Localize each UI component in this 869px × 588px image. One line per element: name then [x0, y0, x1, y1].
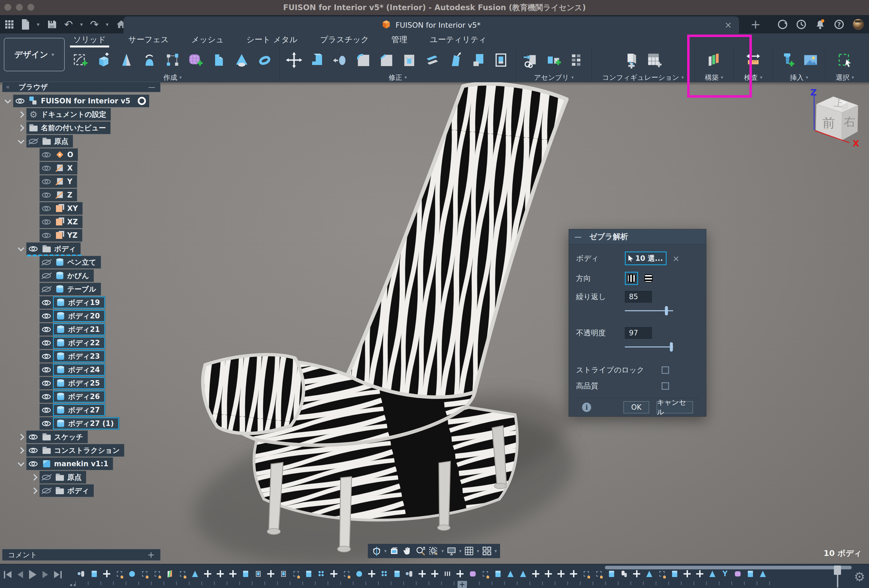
cone-primitive-button[interactable]	[230, 48, 253, 73]
tree-item-chip[interactable]: XZ	[40, 216, 83, 228]
timeline-feature-icon[interactable]	[239, 566, 252, 581]
tree-item-chip[interactable]: ボディ21	[40, 323, 105, 336]
tree-row[interactable]: Z	[28, 189, 149, 201]
timeline-feature-icon[interactable]	[328, 566, 340, 581]
fit-caret-icon[interactable]: ▾	[441, 548, 444, 554]
expander-icon[interactable]	[28, 489, 40, 493]
timeline-playhead[interactable]	[834, 566, 842, 588]
draft-button[interactable]	[444, 48, 467, 73]
shell-button[interactable]	[329, 48, 351, 73]
replace-face-button[interactable]	[467, 48, 489, 73]
timeline-skip-end-button[interactable]	[54, 571, 62, 578]
offset-face-button[interactable]	[490, 48, 513, 73]
opacity-slider-handle[interactable]	[670, 342, 673, 352]
tree-item-chip[interactable]: 原点	[26, 135, 73, 148]
redo-button[interactable]: ↷	[90, 19, 99, 30]
boolean-button[interactable]	[208, 48, 230, 73]
tree-row[interactable]: XZ	[28, 216, 149, 228]
tree-item-chip[interactable]: ボディ	[40, 484, 94, 497]
tree-item-chip[interactable]: XY	[40, 202, 83, 215]
browser-minimize-icon[interactable]: —	[148, 83, 155, 91]
direction-horizontal-toggle[interactable]	[642, 272, 655, 285]
repeat-slider[interactable]	[625, 306, 673, 315]
tree-item-chip[interactable]: ボディ	[26, 243, 81, 255]
save-button[interactable]	[47, 19, 57, 30]
visibility-eye-icon[interactable]	[40, 407, 53, 413]
notifications-bell-icon[interactable]	[814, 18, 826, 30]
visibility-eye-icon[interactable]	[40, 166, 53, 171]
tree-item-chip[interactable]: ボディ20	[40, 310, 105, 322]
tree-row[interactable]: XY	[28, 202, 149, 215]
timeline-group-expand-button[interactable]: +	[458, 581, 467, 588]
timeline-skip-start-button[interactable]	[4, 571, 12, 578]
tree-item-chip[interactable]: ボディ23	[40, 350, 105, 363]
ribbon-tab[interactable]: プラスチック	[317, 34, 372, 46]
undo-caret-icon[interactable]: ▾	[80, 21, 83, 28]
comments-bar[interactable]: コメント +	[2, 549, 160, 561]
add-comment-icon[interactable]: +	[147, 549, 155, 560]
look-at-icon[interactable]	[389, 545, 400, 557]
tree-row[interactable]: コンストラクション	[15, 444, 149, 456]
timeline-feature-icon[interactable]	[391, 566, 403, 581]
chamfer-button[interactable]	[375, 48, 397, 73]
timeline-feature-icon[interactable]	[201, 566, 214, 581]
timeline-feature-icon[interactable]	[731, 566, 744, 581]
timeline-feature-icon[interactable]	[706, 566, 719, 581]
job-status-clock-icon[interactable]	[795, 19, 807, 30]
visibility-eye-icon[interactable]	[40, 300, 53, 305]
tree-row[interactable]: ボディ22	[28, 337, 149, 349]
sweep-button[interactable]	[138, 48, 161, 73]
zoom-fit-icon[interactable]	[428, 545, 439, 557]
tree-item-chip[interactable]: ボディ25	[40, 377, 105, 390]
timeline-feature-icon[interactable]	[466, 566, 479, 581]
file-menu-caret-icon[interactable]: ▾	[37, 21, 40, 28]
timeline-feature-icon[interactable]	[290, 566, 302, 581]
pan-hand-icon[interactable]	[402, 545, 413, 557]
visibility-eye-icon[interactable]	[40, 273, 53, 278]
visibility-eye-icon[interactable]	[40, 219, 53, 225]
tree-row[interactable]: YZ	[28, 229, 149, 241]
zoom-icon[interactable]	[415, 545, 426, 557]
tree-row[interactable]: ペン立て	[28, 256, 149, 268]
split-body-button[interactable]	[421, 48, 443, 73]
ok-button[interactable]: OK	[623, 401, 649, 413]
press-pull-button[interactable]	[306, 48, 328, 73]
viewports-caret-icon[interactable]: ▾	[495, 548, 497, 554]
extrude-button[interactable]	[92, 48, 115, 73]
zebra-dialog-header[interactable]: — ゼブラ解析	[569, 229, 706, 244]
timeline-feature-icon[interactable]	[441, 566, 454, 581]
file-menu-icon[interactable]	[21, 19, 30, 30]
ribbon-tab[interactable]: メッシュ	[188, 34, 227, 46]
timeline-feature-icon[interactable]	[744, 566, 756, 581]
visibility-eye-icon[interactable]	[40, 206, 53, 211]
undo-button[interactable]: ↶	[64, 19, 73, 30]
visibility-eye-icon[interactable]	[40, 233, 53, 238]
user-avatar[interactable]	[852, 18, 865, 31]
orbit-icon[interactable]	[371, 545, 382, 557]
window-minimize-icon[interactable]	[16, 4, 23, 11]
expander-icon[interactable]	[15, 112, 26, 117]
visibility-eye-icon[interactable]	[40, 260, 53, 265]
timeline-feature-icon[interactable]	[542, 566, 555, 581]
expander-icon[interactable]	[15, 435, 26, 439]
tree-row[interactable]: ボディ21	[28, 323, 149, 335]
tree-row[interactable]: O	[28, 149, 149, 161]
browser-collapse-icon[interactable]: «	[6, 83, 10, 91]
visibility-eye-icon[interactable]	[40, 340, 53, 345]
opacity-slider[interactable]	[625, 342, 673, 352]
display-caret-icon[interactable]: ▾	[459, 548, 462, 554]
expander-icon[interactable]	[28, 475, 40, 480]
revolve-button[interactable]	[115, 48, 138, 73]
create-group-label[interactable]: 作成▾	[163, 74, 182, 81]
redo-caret-icon[interactable]: ▾	[106, 21, 108, 28]
activate-component-radio[interactable]	[135, 97, 149, 105]
tree-item-chip[interactable]: ボディ22	[40, 336, 105, 349]
expander-icon[interactable]	[2, 99, 13, 102]
extensions-icon[interactable]	[777, 19, 788, 30]
tree-row[interactable]: FUISON for Interior v5	[2, 95, 149, 107]
clear-selection-icon[interactable]: ×	[673, 254, 679, 263]
timeline-feature-icon[interactable]	[580, 566, 593, 581]
tree-row[interactable]: ボディ20	[28, 310, 149, 322]
tree-item-chip[interactable]: FUISON for Interior v5	[13, 95, 149, 107]
assembly-group-label[interactable]: アセンブリ▾	[534, 74, 574, 81]
